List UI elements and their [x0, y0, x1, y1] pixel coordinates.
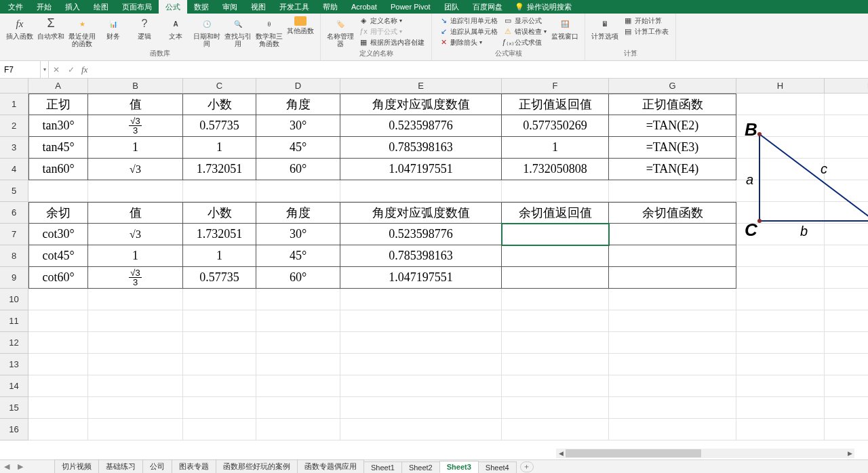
cell-E13[interactable] [340, 354, 502, 375]
cell-A3[interactable]: tan45° [28, 137, 88, 159]
col-header-E[interactable]: E [340, 79, 502, 94]
insert-function-button[interactable]: fx插入函数 [4, 15, 35, 49]
cell-D2[interactable]: 30° [256, 115, 340, 137]
cell-B8[interactable]: 1 [88, 245, 183, 267]
row-header-4[interactable]: 4 [0, 159, 28, 180]
cell-C8[interactable]: 1 [183, 245, 256, 267]
cell-F6[interactable]: 余切值返回值 [502, 202, 609, 224]
menu-layout[interactable]: 页面布局 [115, 0, 159, 14]
tell-me[interactable]: 💡 操作说明搜索 [515, 2, 572, 12]
menu-draw[interactable]: 绘图 [87, 0, 115, 14]
cell-A12[interactable] [28, 332, 88, 354]
cell-B13[interactable] [88, 354, 183, 375]
cell-F4[interactable]: 1.732050808 [502, 159, 609, 180]
cell-C16[interactable] [183, 419, 256, 440]
col-header-I[interactable]: I [825, 79, 868, 94]
cell-C4[interactable]: 1.732051 [183, 159, 256, 180]
sheet-tab-函数专题偶应用[interactable]: 函数专题偶应用 [297, 459, 364, 473]
cell-E6[interactable]: 角度对应弧度数值 [340, 202, 502, 224]
cell-D5[interactable] [256, 180, 340, 202]
cancel-button[interactable]: ✕ [49, 61, 64, 78]
cell-B5[interactable] [88, 180, 183, 202]
cell-A2[interactable]: tan30° [28, 115, 88, 137]
cell-I15[interactable] [825, 397, 868, 419]
cell-B2[interactable]: √33 [88, 115, 183, 137]
cell-E15[interactable] [340, 397, 502, 419]
cell-A1[interactable]: 正切 [28, 94, 88, 115]
cell-D1[interactable]: 角度 [256, 94, 340, 115]
cell-I16[interactable] [825, 419, 868, 440]
logical-button[interactable]: ?逻辑 [129, 15, 160, 49]
cell-C10[interactable] [183, 289, 256, 310]
math-trig-button[interactable]: θ数学和三角函数 [254, 15, 285, 49]
sheet-tab-公司[interactable]: 公司 [142, 459, 172, 473]
cell-C3[interactable]: 1 [183, 137, 256, 159]
cell-I13[interactable] [825, 354, 868, 375]
cell-A13[interactable] [28, 354, 88, 375]
cell-F7[interactable] [502, 224, 609, 245]
horizontal-scrollbar[interactable]: ◀ ▶ [556, 449, 854, 458]
cell-F14[interactable] [502, 375, 609, 397]
text-button[interactable]: A文本 [160, 15, 191, 49]
cell-B3[interactable]: 1 [88, 137, 183, 159]
sheet-tab-函数那些好玩的案例[interactable]: 函数那些好玩的案例 [216, 459, 298, 473]
cell-F1[interactable]: 正切值返回值 [502, 94, 609, 115]
cell-B7[interactable]: √3 [88, 224, 183, 245]
cell-F5[interactable] [502, 180, 609, 202]
cell-I9[interactable] [825, 267, 868, 289]
cell-I8[interactable] [825, 245, 868, 267]
cell-A9[interactable]: cot60° [28, 267, 88, 289]
cell-I1[interactable] [825, 94, 868, 115]
cell-H11[interactable] [736, 310, 825, 332]
menu-view[interactable]: 视图 [244, 0, 273, 14]
cell-F16[interactable] [502, 419, 609, 440]
sheet-tab-基础练习[interactable]: 基础练习 [98, 459, 143, 473]
fx-icon[interactable]: fx [79, 64, 90, 75]
cell-E3[interactable]: 0.785398163 [340, 137, 502, 159]
accept-button[interactable]: ✓ [64, 61, 79, 78]
cell-G15[interactable] [609, 397, 736, 419]
row-header-7[interactable]: 7 [0, 224, 28, 245]
row-header-6[interactable]: 6 [0, 202, 28, 224]
cell-B12[interactable] [88, 332, 183, 354]
cell-A16[interactable] [28, 419, 88, 440]
cell-I14[interactable] [825, 375, 868, 397]
cell-H10[interactable] [736, 289, 825, 310]
trace-dependents-button[interactable]: ↙追踪从属单元格 [437, 26, 499, 37]
cell-H12[interactable] [736, 332, 825, 354]
cell-E4[interactable]: 1.047197551 [340, 159, 502, 180]
add-sheet-button[interactable]: ＋ [520, 461, 534, 472]
cell-B14[interactable] [88, 375, 183, 397]
cell-E2[interactable]: 0.523598776 [340, 115, 502, 137]
cell-F2[interactable]: 0.577350269 [502, 115, 609, 137]
cell-A4[interactable]: tan60° [28, 159, 88, 180]
cell-G11[interactable] [609, 310, 736, 332]
cell-B16[interactable] [88, 419, 183, 440]
define-name-button[interactable]: ◈定义名称 ▾ [357, 16, 403, 26]
cell-B15[interactable] [88, 397, 183, 419]
cell-B11[interactable] [88, 310, 183, 332]
cell-H8[interactable] [736, 245, 825, 267]
cell-C5[interactable] [183, 180, 256, 202]
sheet-tab-切片视频[interactable]: 切片视频 [54, 459, 99, 473]
cell-D14[interactable] [256, 375, 340, 397]
trace-precedents-button[interactable]: ↘追踪引用单元格 [437, 16, 499, 26]
cell-E16[interactable] [340, 419, 502, 440]
cell-D3[interactable]: 45° [256, 137, 340, 159]
cell-G10[interactable] [609, 289, 736, 310]
scroll-left-icon[interactable]: ◀ [556, 449, 566, 458]
sheet-tab-Sheet1[interactable]: Sheet1 [363, 461, 402, 473]
cell-E8[interactable]: 0.785398163 [340, 245, 502, 267]
col-header-D[interactable]: D [256, 79, 340, 94]
cell-E10[interactable] [340, 289, 502, 310]
cell-E7[interactable]: 0.523598776 [340, 224, 502, 245]
sheet-tab-Sheet4[interactable]: Sheet4 [478, 461, 517, 473]
scroll-right-icon[interactable]: ▶ [845, 449, 854, 458]
sheet-tab-Sheet2[interactable]: Sheet2 [401, 461, 440, 473]
cell-E9[interactable]: 1.047197551 [340, 267, 502, 289]
cell-C2[interactable]: 0.57735 [183, 115, 256, 137]
cell-G16[interactable] [609, 419, 736, 440]
cell-B10[interactable] [88, 289, 183, 310]
calc-options-button[interactable]: 🖩计算选项 [589, 15, 620, 41]
cell-G8[interactable] [609, 245, 736, 267]
